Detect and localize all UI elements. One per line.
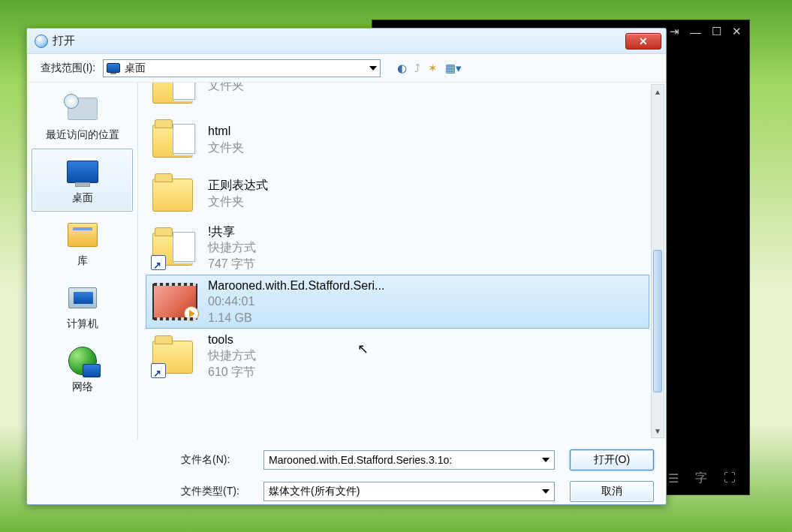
back-icon[interactable]: ◐ (397, 62, 407, 75)
file-item[interactable]: tools快捷方式610 字节 (146, 329, 649, 383)
file-text: tools快捷方式610 字节 (208, 332, 256, 380)
file-sub1: 文件夹 (208, 83, 244, 94)
file-area: 文件夹html文件夹正则表达式文件夹!共享快捷方式747 字节Marooned.… (138, 83, 666, 440)
scroll-down-icon[interactable]: ▼ (652, 424, 664, 437)
file-name: html (208, 123, 244, 140)
subtitle-icon[interactable]: 字 (695, 470, 707, 486)
filename-label: 文件名(N): (181, 453, 248, 467)
app-icon (35, 35, 48, 48)
fullscreen-icon[interactable]: ⛶ (724, 471, 736, 485)
file-item[interactable]: html文件夹 (146, 113, 649, 167)
file-sub2: 610 字节 (208, 364, 256, 380)
place-computer[interactable]: 计算机 (32, 275, 133, 338)
scroll-thumb[interactable] (653, 250, 662, 392)
folder-icon (152, 173, 197, 215)
filename-value: Marooned.with.Ed.Stafford.Series.3.1o: (269, 454, 452, 466)
file-name: 正则表达式 (208, 177, 268, 194)
minimize-icon[interactable]: — (690, 26, 701, 38)
filetype-label: 文件类型(T): (181, 485, 248, 498)
file-text: 正则表达式文件夹 (208, 177, 268, 209)
desktop-icon (65, 154, 101, 190)
file-name: tools (208, 332, 256, 348)
filename-combo[interactable]: Marooned.with.Ed.Stafford.Series.3.1o: (263, 450, 555, 470)
file-name: !共享 (208, 224, 256, 240)
file-sub1: 文件夹 (208, 140, 244, 156)
place-label: 计算机 (67, 317, 98, 331)
file-name: Marooned.with.Ed.Stafford.Seri... (208, 278, 384, 294)
place-label: 库 (77, 254, 88, 268)
file-item[interactable]: !共享快捷方式747 字节 (146, 221, 649, 275)
places-bar: 最近访问的位置桌面库计算机网络 (27, 83, 138, 440)
file-text: !共享快捷方式747 字节 (208, 224, 256, 272)
lookin-label: 查找范围(I): (41, 62, 95, 75)
filetype-combo[interactable]: 媒体文件(所有文件) (263, 482, 555, 501)
file-sub1: 快捷方式 (208, 239, 256, 256)
computer-icon (65, 280, 101, 316)
scrollbar[interactable]: ▲ ▼ (651, 84, 664, 438)
folder-icon (152, 227, 197, 269)
close-icon[interactable]: ✕ (732, 25, 742, 38)
library-icon (65, 217, 101, 253)
file-text: Marooned.with.Ed.Stafford.Seri...00:44:0… (208, 278, 384, 326)
shortcut-overlay-icon (152, 363, 166, 377)
scroll-up-icon[interactable]: ▲ (652, 85, 664, 98)
maximize-icon[interactable]: ☐ (712, 25, 721, 38)
lookin-combo[interactable]: 桌面 (103, 59, 381, 77)
chevron-down-icon (542, 489, 550, 494)
place-label: 网络 (72, 380, 93, 394)
open-file-dialog: 打开 ✕ 查找范围(I): 桌面 ◐ ⤴ ✶ ▦▾ 最近访问的位置桌面库计算机网… (26, 28, 667, 505)
filetype-value: 媒体文件(所有文件) (269, 485, 360, 498)
file-text: 文件夹 (208, 83, 244, 94)
place-network[interactable]: 网络 (32, 338, 133, 401)
play-overlay-icon (184, 306, 199, 321)
file-sub1: 文件夹 (208, 194, 268, 210)
video-thumb-icon (152, 281, 197, 323)
folder-icon (152, 119, 197, 161)
file-text: html文件夹 (208, 123, 244, 155)
file-sub1: 快捷方式 (208, 347, 256, 364)
dialog-titlebar: 打开 ✕ (27, 29, 666, 54)
folder-icon (152, 83, 197, 107)
list-icon[interactable]: ☰ (668, 471, 679, 485)
file-sub2: 1.14 GB (208, 310, 384, 326)
chevron-down-icon (369, 66, 377, 71)
lookin-row: 查找范围(I): 桌面 ◐ ⤴ ✶ ▦▾ (27, 54, 666, 83)
new-folder-icon[interactable]: ✶ (428, 62, 438, 75)
lookin-toolbar: ◐ ⤴ ✶ ▦▾ (397, 62, 462, 75)
dialog-title: 打开 (53, 34, 75, 48)
file-sub1: 00:44:01 (208, 293, 384, 310)
place-library[interactable]: 库 (32, 212, 133, 275)
pin-icon[interactable]: ⇥ (670, 25, 679, 38)
place-recent[interactable]: 最近访问的位置 (32, 86, 133, 149)
desktop-icon (107, 63, 120, 73)
chevron-down-icon (542, 458, 550, 462)
network-icon (65, 343, 101, 379)
file-item[interactable]: 文件夹 (146, 83, 649, 113)
open-button[interactable]: 打开(O) (570, 449, 654, 470)
folder-icon (152, 335, 197, 377)
dialog-bottom: 文件名(N): Marooned.with.Ed.Stafford.Series… (27, 440, 666, 515)
shortcut-overlay-icon (152, 255, 166, 269)
cancel-button[interactable]: 取消 (570, 481, 654, 502)
up-icon[interactable]: ⤴ (414, 62, 420, 74)
file-item[interactable]: 正则表达式文件夹 (146, 167, 649, 221)
file-item[interactable]: Marooned.with.Ed.Stafford.Seri...00:44:0… (146, 275, 649, 329)
place-label: 最近访问的位置 (46, 128, 119, 142)
lookin-value: 桌面 (125, 62, 146, 75)
view-menu-icon[interactable]: ▦▾ (445, 62, 462, 75)
place-desktop[interactable]: 桌面 (32, 149, 133, 212)
place-label: 桌面 (72, 191, 93, 205)
recent-icon (65, 91, 101, 127)
file-sub2: 747 字节 (208, 256, 256, 272)
close-button[interactable]: ✕ (625, 33, 661, 50)
file-list: 文件夹html文件夹正则表达式文件夹!共享快捷方式747 字节Marooned.… (146, 83, 649, 440)
